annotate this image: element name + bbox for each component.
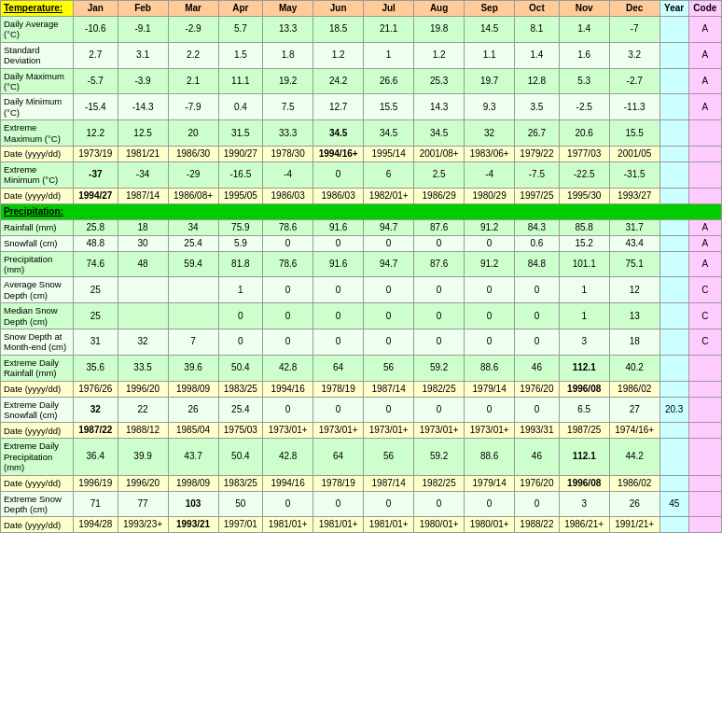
cell-value: 1991/21+: [609, 517, 660, 533]
cell-value: 2001/05: [609, 146, 660, 161]
header-apr: Apr: [218, 1, 263, 17]
cell-value: 39.6: [168, 355, 218, 381]
cell-value: 1983/06+: [465, 146, 515, 161]
cell-value: 84.8: [515, 251, 560, 277]
cell-value: 64: [313, 439, 364, 475]
cell-value: -22.5: [559, 161, 609, 188]
cell-value: 1990/27: [218, 146, 263, 161]
cell-value: 1987/14: [364, 381, 414, 397]
cell-value: 3.5: [515, 94, 560, 120]
cell-value: 1977/03: [559, 146, 609, 161]
cell-value: 24.2: [313, 68, 364, 94]
cell-value: 0: [414, 491, 465, 517]
header-row: Temperature: Jan Feb Mar Apr May Jun Jul…: [1, 1, 722, 17]
table-row: Median Snow Depth (cm)250000000113C: [1, 303, 722, 329]
cell-value: 94.7: [364, 251, 414, 277]
cell-value: 1974/16+: [609, 423, 660, 439]
row-label: Date (yyyy/dd): [1, 188, 74, 203]
cell-value: 1976/20: [515, 381, 560, 397]
cell-value: 103: [168, 491, 218, 517]
cell-value: 1976/20: [515, 475, 560, 491]
cell-value: 91.6: [313, 251, 364, 277]
table-row: Precipitation (mm)74.64859.481.878.691.6…: [1, 251, 722, 277]
cell-value: 45: [660, 491, 688, 517]
row-label: Snow Depth at Month-end (cm): [1, 329, 74, 356]
cell-value: -4: [465, 161, 515, 188]
cell-value: 0: [263, 303, 313, 329]
cell-value: 25.3: [414, 68, 465, 94]
cell-value: 0: [364, 277, 414, 303]
cell-value: 0: [515, 303, 560, 329]
cell-value: 1997/25: [515, 188, 560, 203]
cell-value: 1: [218, 277, 263, 303]
cell-value: 5.7: [218, 17, 263, 43]
cell-value: 0: [313, 397, 364, 423]
row-label: Daily Average (°C): [1, 17, 74, 43]
cell-value: 1986/03: [313, 188, 364, 203]
cell-value: 1996/08: [559, 381, 609, 397]
cell-value: 88.6: [465, 439, 515, 475]
table-row: Extreme Daily Snowfall (cm)32222625.4000…: [1, 397, 722, 423]
cell-value: 32: [74, 397, 118, 423]
cell-value: 91.6: [313, 219, 364, 235]
cell-value: [660, 439, 688, 475]
cell-value: 13: [609, 303, 660, 329]
cell-value: 0: [364, 303, 414, 329]
cell-value: 71: [74, 491, 118, 517]
cell-value: 91.2: [465, 251, 515, 277]
table-row: Average Snow Depth (cm)251000000112C: [1, 277, 722, 303]
cell-value: 2.5: [414, 161, 465, 188]
cell-value: 31: [74, 329, 118, 356]
cell-value: [688, 397, 721, 423]
cell-value: 15.5: [609, 120, 660, 147]
cell-value: 3.2: [609, 42, 660, 68]
cell-value: 1993/31: [515, 423, 560, 439]
cell-value: 56: [364, 439, 414, 475]
cell-value: 42.8: [263, 355, 313, 381]
cell-value: 14.3: [414, 94, 465, 120]
cell-value: 1987/25: [559, 423, 609, 439]
cell-value: -4: [263, 161, 313, 188]
cell-value: 1978/19: [313, 475, 364, 491]
cell-value: 1996/20: [118, 381, 168, 397]
cell-value: 1986/30: [168, 146, 218, 161]
cell-value: 9.3: [465, 94, 515, 120]
cell-value: 1986/21+: [559, 517, 609, 533]
row-label: Median Snow Depth (cm): [1, 303, 74, 329]
cell-value: 77: [118, 491, 168, 517]
cell-value: 1: [559, 303, 609, 329]
cell-value: 19.8: [414, 17, 465, 43]
cell-value: 1982/25: [414, 475, 465, 491]
cell-value: 25.4: [168, 235, 218, 251]
cell-value: A: [688, 94, 721, 120]
cell-value: 2.2: [168, 42, 218, 68]
cell-value: [168, 303, 218, 329]
cell-value: 0: [465, 397, 515, 423]
cell-value: 59.4: [168, 251, 218, 277]
cell-value: 18.5: [313, 17, 364, 43]
cell-value: 0: [364, 397, 414, 423]
cell-value: 39.9: [118, 439, 168, 475]
row-label: Daily Maximum (°C): [1, 68, 74, 94]
table-row: Daily Average (°C)-10.6-9.1-2.95.713.318…: [1, 17, 722, 43]
cell-value: [660, 475, 688, 491]
cell-value: 12.8: [515, 68, 560, 94]
header-nov: Nov: [559, 1, 609, 17]
cell-value: 50: [218, 491, 263, 517]
cell-value: 46: [515, 355, 560, 381]
cell-value: [660, 42, 688, 68]
cell-value: 5.3: [559, 68, 609, 94]
cell-value: 20: [168, 120, 218, 147]
table-row: Extreme Daily Rainfall (mm)35.633.539.65…: [1, 355, 722, 381]
cell-value: 7.5: [263, 94, 313, 120]
cell-value: -29: [168, 161, 218, 188]
cell-value: 12: [609, 277, 660, 303]
cell-value: -2.9: [168, 17, 218, 43]
cell-value: 1.2: [414, 42, 465, 68]
cell-value: 94.7: [364, 219, 414, 235]
header-feb: Feb: [118, 1, 168, 17]
cell-value: 42.8: [263, 439, 313, 475]
cell-value: 1996/08: [559, 475, 609, 491]
cell-value: 1985/04: [168, 423, 218, 439]
row-label: Extreme Daily Rainfall (mm): [1, 355, 74, 381]
